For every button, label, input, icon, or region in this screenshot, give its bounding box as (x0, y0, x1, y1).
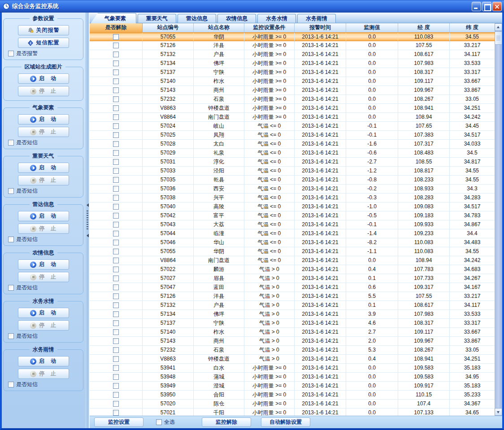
release-checkbox[interactable] (113, 114, 119, 120)
header-station-name[interactable]: 站点名称 (194, 23, 244, 32)
table-row[interactable]: V8863 钟楼盘道 气温 > 0 2013-1-6 14:21 0.4 108… (90, 355, 495, 364)
agriculture-start-button[interactable]: 启 动 (18, 259, 69, 270)
release-checkbox[interactable] (113, 401, 119, 407)
splitter-grip[interactable] (87, 211, 88, 230)
release-checkbox[interactable] (113, 338, 119, 344)
release-checkbox[interactable] (113, 87, 119, 93)
table-row[interactable]: 57043 大荔 气温 <= 0 2013-1-6 14:21 -0.1 109… (90, 220, 495, 229)
release-checkbox[interactable] (113, 284, 119, 290)
scroll-down-button[interactable] (495, 408, 502, 416)
header-condition[interactable]: 监控设置条件 (244, 23, 295, 32)
region-image-start-button[interactable]: 启 动 (18, 73, 69, 84)
minimize-button[interactable] (472, 2, 481, 11)
sms-config-button[interactable]: 短信配置 (18, 38, 69, 48)
release-checkbox[interactable] (113, 150, 119, 156)
maximize-button[interactable] (482, 2, 491, 11)
release-checkbox[interactable] (113, 159, 119, 165)
release-checkbox[interactable] (113, 293, 119, 299)
close-alarm-button[interactable]: 关闭报警 (18, 25, 69, 35)
header-longitude[interactable]: 经 度 (398, 23, 450, 32)
table-row[interactable]: 57046 华山 气温 <= 0 2013-1-6 14:21 -8.2 110… (90, 238, 495, 247)
auto-release-button[interactable]: 自动解除设置 (261, 417, 310, 427)
table-row[interactable]: V8863 钟楼盘道 小时雨量 >= 0 2013-1-6 14:21 0.0 … (90, 104, 495, 113)
table-row[interactable]: 57126 洋县 气温 > 0 2013-1-6 14:21 5.5 107.5… (90, 292, 495, 301)
scroll-up-button[interactable] (495, 23, 502, 31)
tab-important-weather[interactable]: 重要天气 (138, 14, 176, 23)
release-checkbox[interactable] (113, 410, 119, 416)
release-checkbox[interactable] (113, 34, 119, 40)
table-row[interactable]: 57140 柞水 气温 > 0 2013-1-6 14:21 2.7 109.1… (90, 328, 495, 337)
release-checkbox[interactable] (113, 356, 119, 362)
water-rain-stop-button[interactable]: 停 止 (18, 369, 69, 379)
tab-weather-elements[interactable]: 气象要素 (91, 13, 136, 23)
release-checkbox[interactable] (113, 168, 119, 174)
header-alarm-time[interactable]: 报警时间 (295, 23, 346, 32)
weather-elements-stop-button[interactable]: 停 止 (18, 127, 69, 137)
table-row[interactable]: 53950 合阳 小时雨量 >= 0 2013-1-6 14:21 0.0 11… (90, 391, 495, 400)
table-row[interactable]: 57029 礼泉 气温 <= 0 2013-1-6 14:21 -0.6 108… (90, 149, 495, 158)
collapse-arrow-icon[interactable] (87, 234, 89, 237)
header-release[interactable]: 是否解除 (90, 23, 143, 32)
table-row[interactable]: 57055 华阴 小时雨量 >= 0 2013-1-6 14:21 0.0 11… (90, 32, 495, 41)
sms-enable-checkbox[interactable] (8, 140, 14, 146)
table-row[interactable]: 57132 户县 气温 > 0 2013-1-6 14:21 0.1 108.6… (90, 301, 495, 310)
agriculture-stop-button[interactable]: 停 止 (18, 272, 69, 282)
water-level-stop-button[interactable]: 停 止 (18, 320, 69, 331)
table-row[interactable]: 57035 乾县 气温 <= 0 2013-1-6 14:21 -0.8 108… (90, 176, 495, 185)
sms-enable-checkbox[interactable] (8, 333, 14, 339)
release-checkbox[interactable] (113, 195, 119, 201)
water-rain-start-button[interactable]: 启 动 (18, 356, 69, 366)
region-image-stop-button[interactable]: 停 止 (18, 86, 69, 96)
table-row[interactable]: 57137 宁陕 气温 > 0 2013-1-6 14:21 4.6 108.3… (90, 319, 495, 328)
table-row[interactable]: 57036 西安 气温 <= 0 2013-1-6 14:21 -0.2 108… (90, 185, 495, 194)
table-row[interactable]: 57044 临潼 气温 <= 0 2013-1-6 14:21 -1.4 109… (90, 229, 495, 238)
table-row[interactable]: 57047 蓝田 气温 > 0 2013-1-6 14:21 0.6 109.3… (90, 283, 495, 292)
table-row[interactable]: 57232 石泉 小时雨量 >= 0 2013-1-6 14:21 0.0 10… (90, 95, 495, 104)
sms-enable-checkbox[interactable] (8, 285, 14, 291)
release-checkbox[interactable] (113, 43, 119, 48)
close-button[interactable] (492, 2, 502, 11)
release-checkbox[interactable] (113, 204, 119, 210)
release-checkbox[interactable] (113, 213, 119, 219)
release-checkbox[interactable] (113, 365, 119, 371)
table-row[interactable]: 57140 柞水 小时雨量 >= 0 2013-1-6 14:21 0.0 10… (90, 77, 495, 86)
table-row[interactable]: 57024 岐山 气温 <= 0 2013-1-6 14:21 -0.1 107… (90, 122, 495, 131)
table-row[interactable]: 57143 商州 气温 > 0 2013-1-6 14:21 2.0 109.9… (90, 337, 495, 346)
table-row[interactable]: 53941 白水 小时雨量 >= 0 2013-1-6 14:21 0.0 10… (90, 364, 495, 373)
table-row[interactable]: 53948 蒲城 小时雨量 >= 0 2013-1-6 14:21 0.0 10… (90, 373, 495, 382)
scroll-thumb[interactable] (495, 31, 502, 45)
table-row[interactable]: 57055 华阴 气温 <= 0 2013-1-6 14:21 -1.1 110… (90, 247, 495, 256)
release-checkbox[interactable] (113, 141, 119, 147)
table-row[interactable]: 57022 麟游 气温 > 0 2013-1-6 14:21 0.4 107.7… (90, 265, 495, 274)
sms-enable-checkbox[interactable] (8, 382, 14, 387)
table-row[interactable]: 57038 兴平 气温 <= 0 2013-1-6 14:21 -0.3 108… (90, 194, 495, 202)
important-weather-start-button[interactable]: 启 动 (18, 163, 69, 173)
release-checkbox[interactable] (113, 249, 119, 254)
release-checkbox[interactable] (113, 267, 119, 272)
table-row[interactable]: 57137 宁陕 小时雨量 >= 0 2013-1-6 14:21 0.0 10… (90, 68, 495, 77)
table-row[interactable]: 57126 洋县 小时雨量 >= 0 2013-1-6 14:21 0.0 10… (90, 41, 495, 50)
release-checkbox[interactable] (113, 302, 119, 308)
tab-water-level[interactable]: 水务水情 (257, 14, 296, 23)
tab-water-rain[interactable]: 水务雨情 (297, 14, 336, 23)
release-checkbox[interactable] (113, 52, 119, 57)
release-checkbox[interactable] (113, 329, 119, 335)
release-checkbox[interactable] (113, 60, 119, 66)
release-checkbox[interactable] (113, 78, 119, 84)
table-row[interactable]: 57021 千阳 小时雨量 >= 0 2013-1-6 14:21 0.0 10… (90, 408, 495, 416)
release-checkbox[interactable] (113, 374, 119, 380)
header-monitor-value[interactable]: 监测值 (346, 23, 398, 32)
weather-elements-start-button[interactable]: 启 动 (18, 114, 69, 125)
table-row[interactable]: 57132 户县 小时雨量 >= 0 2013-1-6 14:21 0.0 10… (90, 50, 495, 59)
release-checkbox[interactable] (113, 383, 119, 389)
monitor-set-button[interactable]: 监控设置 (94, 417, 143, 427)
release-checkbox[interactable] (113, 320, 119, 326)
release-checkbox[interactable] (113, 258, 119, 263)
release-checkbox[interactable] (113, 311, 119, 317)
release-checkbox[interactable] (113, 392, 119, 398)
sms-enable-checkbox[interactable] (8, 188, 14, 194)
table-row[interactable]: 57040 高陵 气温 <= 0 2013-1-6 14:21 -1.0 109… (90, 202, 495, 211)
sidebar-splitter[interactable] (85, 13, 90, 428)
alarm-enable-checkbox[interactable] (8, 51, 14, 56)
select-all-checkbox[interactable] (156, 419, 162, 425)
